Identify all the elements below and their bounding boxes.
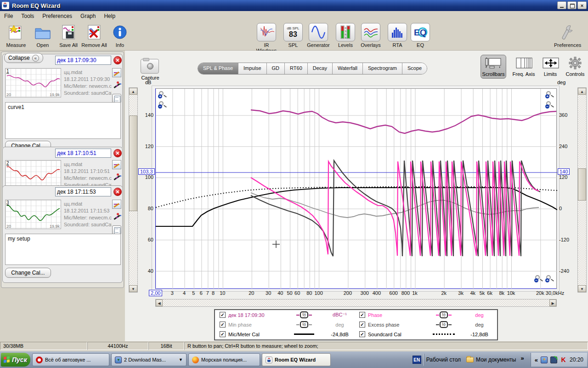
tray-network-icon[interactable] (550, 356, 557, 363)
trace-checkbox[interactable]: ✓ (220, 331, 226, 337)
generator-button[interactable]: Generator (305, 23, 332, 48)
measurement-thumbnail[interactable]: 3 20 19,9k (5, 200, 61, 229)
trace-checkbox[interactable]: ✓ (220, 312, 226, 318)
db-tick-label: 60 (148, 237, 153, 242)
toolbar-overflow-chevron[interactable]: » (521, 355, 524, 362)
capture-graph-button[interactable] (141, 59, 159, 74)
remove-measurement-icon[interactable]: ✕ (113, 56, 122, 64)
zoom-out-icon[interactable]: − (158, 101, 167, 109)
half-wrap-button[interactable]: ½ (428, 311, 460, 318)
trace-checkbox[interactable]: ✓ (359, 331, 365, 337)
freq-tick-label: 300 (361, 290, 369, 296)
taskbar-button-download-master[interactable]: 2 Download Mas... ▼ (111, 353, 187, 366)
tab-spectrogram[interactable]: Spectrogram (363, 63, 402, 74)
zoom-in-icon[interactable]: + (158, 91, 167, 99)
restore-button[interactable] (567, 1, 577, 9)
plot-canvas[interactable]: + − + − − + (155, 88, 557, 289)
tray-collapse-chevron[interactable]: « (535, 356, 538, 363)
save-all-button[interactable]: Save All (55, 23, 82, 48)
trace-options-icon[interactable] (112, 173, 121, 182)
menu-preferences[interactable]: Preferences (38, 12, 76, 21)
spl-button[interactable]: dB SPL 83 SPL (280, 23, 306, 48)
legend-entry: ✓ Soundcard Cal -12,8dB (359, 331, 499, 337)
measurement-title-input[interactable] (55, 149, 111, 158)
deg-axis-scrollbar[interactable]: ▲ ▼ (577, 87, 587, 293)
taskbar-button-opera[interactable]: Всё об автозвуке ... (32, 353, 109, 366)
scrollbar-thumb[interactable] (129, 115, 137, 211)
open-button[interactable]: Open (29, 23, 56, 48)
remove-measurement-icon[interactable]: ✕ (113, 188, 122, 196)
preferences-button[interactable]: Preferences (554, 23, 581, 48)
measurement-title-input[interactable] (55, 187, 111, 196)
trace-options-icon[interactable] (112, 213, 121, 222)
menu-graph[interactable]: Graph (76, 12, 100, 21)
freq-axis-button[interactable]: Freq. Axis (511, 56, 537, 77)
zoom-in-icon[interactable]: + (545, 275, 554, 283)
tab-spl-phase[interactable]: SPL & Phase (198, 63, 238, 74)
measurement-notes-field[interactable]: curve1 (5, 102, 121, 139)
zoom-in-icon[interactable]: + (545, 91, 554, 99)
change-cal-button[interactable]: Change Cal... (5, 268, 51, 278)
edit-measurement-icon[interactable] (112, 160, 121, 169)
db-axis-scrollbar[interactable]: ▲ ▼ (129, 87, 138, 293)
tab-rt60[interactable]: RT60 (285, 63, 308, 74)
scrollbar-thumb[interactable] (578, 168, 586, 201)
freq-tick-label: 5k (480, 290, 485, 296)
overlays-button[interactable]: Overlays (357, 23, 384, 48)
controls-button[interactable]: Controls (562, 56, 588, 77)
zoom-out-icon[interactable]: − (534, 275, 543, 283)
tray-download-icon[interactable] (541, 356, 548, 363)
trace-checkbox[interactable]: ✓ (220, 322, 226, 328)
zoom-out-icon[interactable]: − (545, 101, 554, 109)
info-button[interactable]: Info (107, 23, 133, 48)
cursor-deg-readout: 140 (558, 168, 570, 175)
measurement-thumbnail[interactable]: 1 20 19,9k (5, 68, 61, 98)
tab-scope[interactable]: Scope (402, 63, 427, 74)
trace-checkbox[interactable]: ✓ (359, 322, 365, 328)
trace-checkbox[interactable]: ✓ (359, 312, 365, 318)
eq-button[interactable]: EQ EQ (407, 23, 434, 48)
collapse-sidebar-button[interactable]: Collapse « (4, 53, 43, 63)
menu-help[interactable]: Help (100, 12, 119, 21)
close-button[interactable]: × (577, 1, 587, 9)
tray-antivirus-icon[interactable]: K (560, 356, 567, 363)
measurement-notes-field[interactable]: my setup (5, 234, 121, 265)
measure-button[interactable]: Measure (3, 23, 29, 48)
edit-measurement-icon[interactable] (112, 68, 121, 77)
measurement-title-input[interactable] (55, 56, 111, 65)
menu-tools[interactable]: Tools (17, 12, 38, 21)
remove-all-button[interactable]: Remove All (81, 23, 107, 48)
trace-options-icon[interactable] (112, 81, 121, 90)
half-wrap-button[interactable]: ½ (288, 311, 320, 318)
taskbar-button-rew[interactable]: Room EQ Wizard (262, 353, 331, 366)
deg-axis-ticks: 3602401200-120-240 (559, 88, 578, 289)
measurement-panel-1[interactable]: ✕ 1 20 19,9k цц.mdat18.12.2011 17:09:30 … (2, 54, 123, 150)
edit-measurement-icon[interactable] (112, 200, 121, 209)
taskbar-button-firefox[interactable]: Морская полиция... (188, 353, 260, 366)
half-wrap-button[interactable]: ½ (288, 321, 320, 328)
menu-file[interactable]: File (0, 12, 17, 21)
remove-measurement-icon[interactable]: ✕ (113, 149, 122, 157)
tab-impulse[interactable]: Impulse (238, 63, 267, 74)
tab-decay[interactable]: Decay (308, 63, 333, 74)
limits-button[interactable]: Limits (537, 56, 563, 77)
svg-text:3: 3 (345, 30, 347, 33)
ir-windows-button[interactable]: IR Windows (253, 23, 280, 53)
minimize-button[interactable] (557, 1, 566, 9)
half-wrap-button[interactable]: ½ (428, 321, 460, 328)
levels-button[interactable]: 03 69 Levels (332, 23, 359, 48)
freq-tick-label: 30 (266, 290, 271, 296)
measurement-panel-3[interactable]: ✕ 3 20 19,9k цц.mdat18.12.2011 17:11:53 … (2, 185, 123, 283)
group-dropdown-icon[interactable]: ▼ (179, 357, 183, 362)
freq-axis-scrollbar[interactable]: ◀ ▶ (155, 299, 557, 307)
desktop-toolbar[interactable]: Рабочий стол (426, 356, 461, 363)
freq-tick-label: 20k (536, 290, 544, 296)
language-indicator[interactable]: EN (413, 356, 421, 364)
tab-waterfall[interactable]: Waterfall (333, 63, 363, 74)
tab-gd[interactable]: GD (267, 63, 285, 74)
measurement-notes-icon[interactable] (112, 94, 121, 103)
scrollbars-button[interactable]: Scrollbars (481, 55, 506, 79)
measurement-notes-icon[interactable] (112, 225, 121, 235)
my-documents-toolbar[interactable]: Мои документы (466, 356, 516, 363)
start-button[interactable]: Пуск (1, 353, 30, 367)
